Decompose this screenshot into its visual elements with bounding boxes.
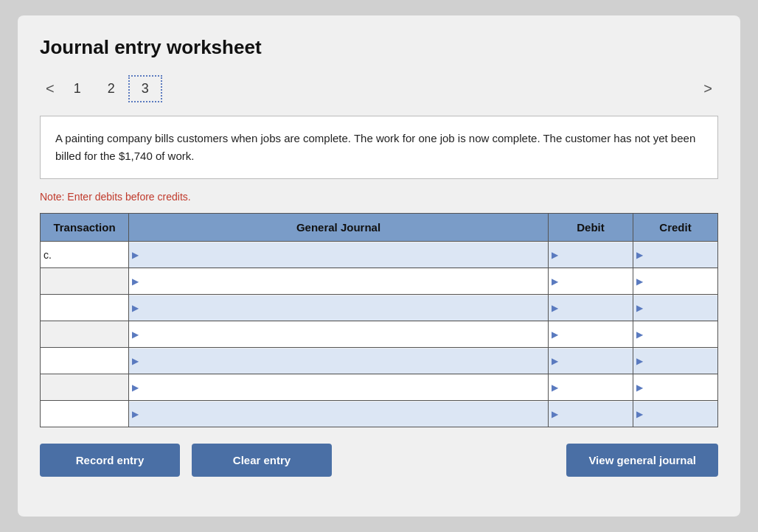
credit-input[interactable]: [633, 269, 717, 294]
transaction-label: [41, 273, 46, 290]
credit-cell: ▶: [633, 295, 718, 321]
credit-input[interactable]: [633, 322, 717, 347]
view-journal-button[interactable]: View general journal: [566, 444, 718, 477]
credit-cell: ▶: [633, 268, 718, 295]
tab-1[interactable]: 1: [60, 77, 94, 101]
transaction-cell: c.: [41, 242, 129, 268]
credit-input[interactable]: [633, 375, 717, 400]
journal-input[interactable]: [129, 295, 548, 321]
journal-input[interactable]: [129, 349, 548, 374]
transaction-cell: [41, 348, 129, 374]
transaction-label: [41, 405, 46, 423]
page-title: Journal entry worksheet: [40, 36, 718, 59]
credit-input[interactable]: [633, 242, 717, 267]
journal-input[interactable]: [129, 269, 548, 294]
buttons-row: Record entry Clear entry View general jo…: [40, 444, 718, 477]
journal-input[interactable]: [129, 242, 548, 267]
journal-cell: ▶: [129, 242, 549, 268]
table-row: ▶▶▶: [41, 321, 718, 348]
record-entry-button[interactable]: Record entry: [40, 444, 180, 477]
journal-cell: ▶: [129, 295, 549, 321]
journal-cell: ▶: [129, 321, 549, 348]
prev-arrow[interactable]: <: [40, 77, 60, 100]
debit-cell: ▶: [549, 295, 633, 321]
transaction-cell: [41, 401, 129, 427]
transaction-label: [41, 379, 46, 396]
debit-input[interactable]: [549, 269, 633, 294]
credit-cell: ▶: [633, 348, 718, 374]
debit-input[interactable]: [549, 402, 633, 427]
description-text: A painting company bills customers when …: [55, 132, 695, 162]
transaction-cell: [41, 374, 129, 401]
debit-input[interactable]: [549, 349, 633, 374]
debit-input[interactable]: [549, 242, 633, 267]
transaction-cell: [41, 295, 129, 321]
header-transaction: Transaction: [41, 214, 129, 242]
debit-input[interactable]: [549, 295, 633, 321]
header-credit: Credit: [633, 214, 718, 242]
tabs-row: < 1 2 3 >: [40, 75, 718, 102]
journal-table: Transaction General Journal Debit Credit…: [40, 213, 718, 427]
credit-cell: ▶: [633, 374, 718, 401]
credit-cell: ▶: [633, 321, 718, 348]
transaction-label: c.: [41, 246, 55, 264]
journal-cell: ▶: [129, 348, 549, 374]
journal-cell: ▶: [129, 401, 549, 427]
credit-cell: ▶: [633, 242, 718, 268]
transaction-cell: [41, 268, 129, 295]
journal-cell: ▶: [129, 374, 549, 401]
table-row: ▶▶▶: [41, 268, 718, 295]
credit-input[interactable]: [633, 349, 717, 374]
clear-entry-button[interactable]: Clear entry: [192, 444, 332, 477]
table-row: ▶▶▶: [41, 374, 718, 401]
transaction-label: [41, 326, 46, 343]
table-row: c.▶▶▶: [41, 242, 718, 268]
header-journal: General Journal: [129, 214, 549, 242]
journal-input[interactable]: [129, 375, 548, 400]
transaction-label: [41, 352, 46, 370]
main-container: Journal entry worksheet < 1 2 3 > A pain…: [18, 15, 740, 517]
debit-cell: ▶: [549, 268, 633, 295]
journal-input[interactable]: [129, 402, 548, 427]
note-text: Note: Enter debits before credits.: [40, 191, 718, 203]
transaction-label: [41, 299, 46, 317]
debit-cell: ▶: [549, 374, 633, 401]
journal-cell: ▶: [129, 268, 549, 295]
header-debit: Debit: [549, 214, 633, 242]
credit-input[interactable]: [633, 402, 717, 427]
journal-input[interactable]: [129, 322, 548, 347]
next-arrow[interactable]: >: [698, 77, 718, 100]
description-box: A painting company bills customers when …: [40, 116, 718, 179]
transaction-cell: [41, 321, 129, 348]
table-row: ▶▶▶: [41, 348, 718, 374]
tab-2[interactable]: 2: [94, 77, 128, 101]
table-row: ▶▶▶: [41, 295, 718, 321]
debit-input[interactable]: [549, 375, 633, 400]
debit-cell: ▶: [549, 321, 633, 348]
credit-cell: ▶: [633, 401, 718, 427]
table-row: ▶▶▶: [41, 401, 718, 427]
debit-input[interactable]: [549, 322, 633, 347]
debit-cell: ▶: [549, 348, 633, 374]
tab-3[interactable]: 3: [128, 75, 162, 102]
credit-input[interactable]: [633, 295, 717, 321]
debit-cell: ▶: [549, 401, 633, 427]
debit-cell: ▶: [549, 242, 633, 268]
